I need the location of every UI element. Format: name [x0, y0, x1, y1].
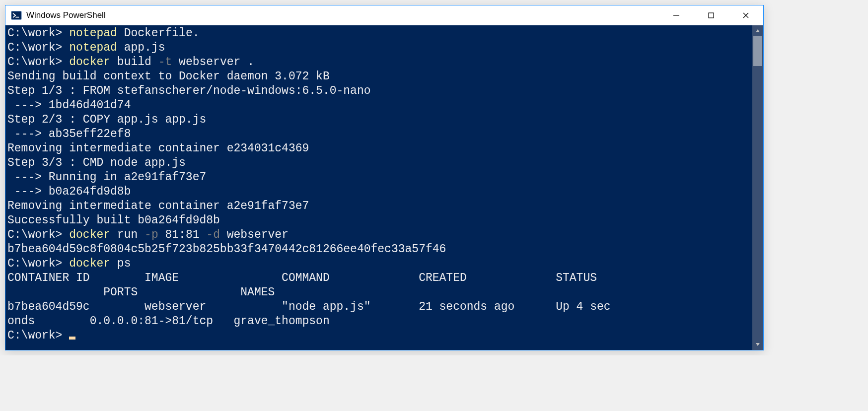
- terminal-line: ---> Running in a2e91faf73e7: [7, 170, 750, 185]
- vertical-scrollbar[interactable]: [752, 25, 763, 350]
- terminal-line: Removing intermediate container e234031c…: [7, 141, 750, 156]
- terminal-line: C:\work>: [7, 329, 750, 343]
- terminal-container: C:\work> notepad Dockerfile.C:\work> not…: [5, 25, 763, 350]
- terminal-line: b7bea604d59c8f0804c5b25f723b825bb33f3470…: [7, 242, 750, 257]
- terminal-line: ---> b0a264fd9d8b: [7, 185, 750, 199]
- terminal-line: C:\work> docker build -t webserver .: [7, 55, 750, 69]
- scroll-up-arrow[interactable]: [752, 25, 763, 36]
- terminal-line: Step 1/3 : FROM stefanscherer/node-windo…: [7, 84, 750, 98]
- powershell-window: Windows PowerShell C:\work> notepad Dock…: [5, 5, 764, 350]
- terminal-line: ---> ab35eff22ef8: [7, 127, 750, 141]
- terminal-line: CONTAINER ID IMAGE COMMAND CREATED STATU…: [7, 271, 750, 285]
- terminal-line: Step 3/3 : CMD node app.js: [7, 156, 750, 170]
- terminal-line: Sending build context to Docker daemon 3…: [7, 69, 750, 84]
- terminal-line: C:\work> notepad app.js: [7, 41, 750, 55]
- scroll-thumb[interactable]: [753, 36, 762, 66]
- terminal-line: C:\work> notepad Dockerfile.: [7, 26, 750, 41]
- window-controls: [659, 5, 763, 25]
- window-title: Windows PowerShell: [26, 10, 659, 20]
- minimize-button[interactable]: [659, 5, 694, 25]
- terminal-line: Removing intermediate container a2e91faf…: [7, 199, 750, 213]
- terminal-line: PORTS NAMES: [7, 285, 750, 300]
- terminal-line: C:\work> docker run -p 81:81 -d webserve…: [7, 228, 750, 242]
- cursor: [69, 337, 75, 340]
- terminal-line: b7bea604d59c webserver "node app.js" 21 …: [7, 300, 750, 314]
- scroll-down-arrow[interactable]: [752, 339, 763, 350]
- svg-rect-0: [11, 11, 21, 20]
- terminal-line: Successfully built b0a264fd9d8b: [7, 213, 750, 228]
- terminal-line: Step 2/3 : COPY app.js app.js: [7, 113, 750, 127]
- terminal-line: ---> 1bd46d401d74: [7, 98, 750, 113]
- terminal-line: onds 0.0.0.0:81->81/tcp grave_thompson: [7, 314, 750, 329]
- terminal-line: C:\work> docker ps: [7, 257, 750, 271]
- svg-rect-3: [709, 13, 714, 18]
- titlebar[interactable]: Windows PowerShell: [5, 5, 763, 25]
- terminal-output[interactable]: C:\work> notepad Dockerfile.C:\work> not…: [5, 25, 752, 350]
- powershell-icon: [10, 9, 22, 21]
- maximize-button[interactable]: [694, 5, 728, 25]
- close-button[interactable]: [728, 5, 763, 25]
